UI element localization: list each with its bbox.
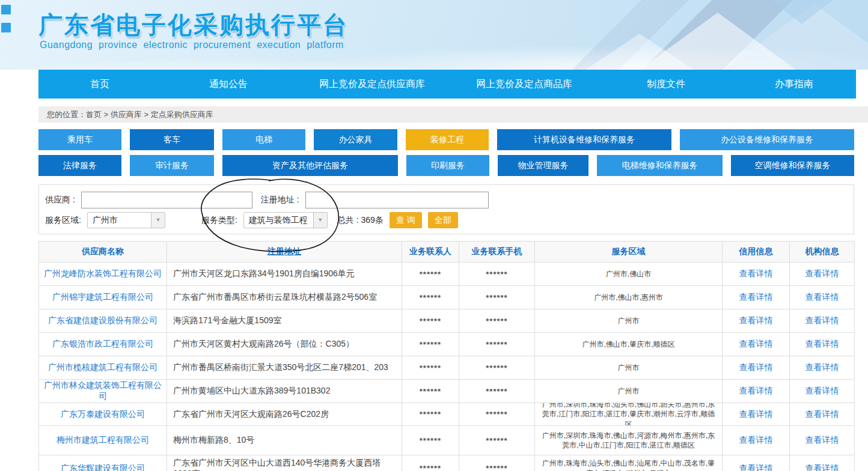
supplier-name-link[interactable]: 广州龙峰防水装饰工程有限公司 [44, 269, 162, 279]
chevron-down-icon[interactable]: ▼ [151, 213, 165, 228]
table-row: 广东华辉建设有限公司 广东省广州市天河区中山大道西140号华港商务大厦西塔220… [39, 455, 854, 471]
credit-detail-link[interactable]: 查看详情 [739, 315, 773, 326]
business-contact-cell: ****** [402, 333, 459, 356]
category-printing-services[interactable]: 印刷服务 [406, 155, 489, 176]
total-count-text: 总共 : 369条 [337, 215, 384, 226]
masked-phone-text: ****** [486, 340, 507, 349]
header-supplier-name: 供应商名称 [39, 242, 167, 262]
nav-item-notices[interactable]: 通知公告 [161, 70, 296, 99]
credit-detail-link[interactable]: 查看详情 [739, 269, 773, 279]
table-row: 广州龙峰防水装饰工程有限公司 广州市天河区龙口东路34号1901房自编1906单… [39, 263, 854, 286]
category-passenger-car[interactable]: 乘用车 [38, 129, 121, 150]
registered-address-cell: 广州市番禺区桥南街汇景大道350号北区二座7梯201、203 [167, 356, 402, 379]
business-phone-cell: ****** [459, 286, 535, 309]
credit-detail-link[interactable]: 查看详情 [739, 409, 773, 420]
supplier-name-link[interactable]: 梅州市建筑工程有限公司 [57, 435, 149, 446]
credit-detail-link[interactable]: 查看详情 [739, 463, 773, 471]
table-row: 广州锦宇建筑工程有限公司 广东省广州市番禺区市桥街云星珠坑村横基路2号506室 … [39, 286, 854, 309]
supplier-name-link[interactable]: 广州锦宇建筑工程有限公司 [52, 292, 153, 303]
org-info-cell: 查看详情 [790, 426, 855, 455]
service-region-text: 广州市,佛山市,肇庆市,顺德区 [582, 339, 674, 349]
category-row-1: 乘用车 客车 电梯 办公家具 装修工程 计算机设备维修和保养服务 办公设备维修和… [38, 129, 854, 150]
supplier-name-link[interactable]: 广州市榄核建筑工程有限公司 [48, 362, 157, 373]
category-button-area: 乘用车 客车 电梯 办公家具 装修工程 计算机设备维修和保养服务 办公设备维修和… [38, 129, 854, 176]
masked-phone-text: ****** [486, 317, 507, 326]
org-detail-link[interactable]: 查看详情 [805, 269, 839, 279]
supplier-name-link[interactable]: 广东银浩市政工程有限公司 [52, 339, 153, 350]
org-detail-link[interactable]: 查看详情 [805, 463, 839, 471]
masked-contact-text: ****** [420, 436, 441, 445]
org-info-cell: 查看详情 [790, 286, 855, 309]
category-audit-services[interactable]: 审计服务 [130, 155, 214, 176]
org-detail-link[interactable]: 查看详情 [805, 409, 839, 420]
table-body: 广州龙峰防水装饰工程有限公司 广州市天河区龙口东路34号1901房自编1906单… [39, 263, 854, 471]
service-region-cell: 广州市,佛山市,肇庆市,顺德区 [535, 333, 723, 356]
credit-info-cell: 查看详情 [723, 356, 790, 379]
registered-address-text: 广东省广州市天河区大观南路26号C202房 [173, 409, 329, 420]
category-decoration-engineering-selected[interactable]: 装修工程 [406, 129, 489, 150]
business-phone-cell: ****** [459, 403, 535, 425]
supplier-name-cell: 广东省建信建设股份有限公司 [39, 309, 167, 332]
registered-address-input[interactable] [305, 192, 489, 208]
nav-item-supplier-library[interactable]: 网上竞价及定点供应商库 [296, 70, 448, 99]
category-bus[interactable]: 客车 [130, 129, 214, 150]
service-region-cell: 广州市,佛山市,惠州市 [535, 286, 723, 309]
credit-detail-link[interactable]: 查看详情 [739, 292, 773, 303]
nav-item-product-library[interactable]: 网上竞价及定点商品库 [448, 70, 600, 99]
credit-info-cell: 查看详情 [723, 263, 790, 285]
registered-address-cell: 广州市天河区龙口东路34号1901房自编1906单元 [167, 263, 402, 285]
supplier-name-link[interactable]: 广东万泰建设有限公司 [61, 409, 145, 420]
category-property-management[interactable]: 物业管理服务 [498, 155, 588, 176]
nav-item-service-guide[interactable]: 办事指南 [732, 70, 856, 99]
org-detail-link[interactable]: 查看详情 [805, 315, 839, 326]
org-info-cell: 查看详情 [790, 380, 855, 403]
category-office-equipment-maintenance[interactable]: 办公设备维修和保养服务 [680, 129, 854, 150]
query-button[interactable]: 查 询 [390, 212, 422, 228]
registered-address-cell: 梅州市梅新路8、10号 [167, 426, 402, 455]
business-contact-cell: ****** [402, 286, 459, 309]
category-asset-valuation-services[interactable]: 资产及其他评估服务 [222, 155, 398, 176]
mountain-triangle-decoration [748, 0, 856, 24]
category-office-furniture[interactable]: 办公家具 [314, 129, 397, 150]
main-nav: 首页 通知公告 网上竞价及定点供应商库 网上竞价及定点商品库 制度文件 办事指南 [38, 70, 856, 99]
service-region-value: 广州市 [88, 213, 151, 228]
org-detail-link[interactable]: 查看详情 [805, 362, 839, 373]
credit-detail-link[interactable]: 查看详情 [739, 339, 773, 350]
org-detail-link[interactable]: 查看详情 [805, 435, 839, 446]
masked-phone-text: ****** [486, 387, 507, 396]
table-header-row: 供应商名称 注册地址 业务联系人 业务联系手机 服务区域 信用信息 机构信息 [39, 242, 854, 263]
category-elevator[interactable]: 电梯 [222, 129, 305, 150]
org-info-cell: 查看详情 [790, 309, 855, 332]
masked-contact-text: ****** [420, 317, 441, 326]
supplier-name-link[interactable]: 广东华辉建设有限公司 [61, 463, 145, 471]
corner-square-decoration [1, 23, 11, 32]
category-elevator-maintenance[interactable]: 电梯维修和保养服务 [597, 155, 723, 176]
service-region-select[interactable]: 广州市 ▼ [87, 212, 165, 228]
all-button[interactable]: 全部 [428, 212, 458, 228]
org-detail-link[interactable]: 查看详情 [805, 292, 839, 303]
header-org-info: 机构信息 [790, 242, 855, 262]
service-type-value: 建筑与装饰工程 [244, 213, 313, 228]
chevron-down-icon[interactable]: ▼ [313, 213, 327, 228]
supplier-name-link[interactable]: 广东省建信建设股份有限公司 [48, 315, 157, 326]
credit-detail-link[interactable]: 查看详情 [739, 362, 773, 373]
nav-item-policy-documents[interactable]: 制度文件 [600, 70, 732, 99]
org-detail-link[interactable]: 查看详情 [805, 339, 839, 350]
header-business-phone: 业务联系手机 [459, 242, 535, 262]
nav-item-home[interactable]: 首页 [38, 70, 161, 99]
registered-address-text: 广东省广州市天河区中山大道西140号华港商务大厦西塔2206室 [173, 458, 398, 471]
header-registered-address-sort-link[interactable]: 注册地址 [267, 246, 301, 257]
category-legal-services[interactable]: 法律服务 [38, 155, 121, 176]
business-phone-cell: ****** [459, 309, 535, 332]
service-region-label: 服务区域: [45, 215, 81, 226]
supplier-name-cell: 广州锦宇建筑工程有限公司 [39, 286, 167, 309]
supplier-name-link[interactable]: 广州市林众建筑装饰工程有限公司 [43, 380, 163, 402]
service-type-select[interactable]: 建筑与装饰工程 ▼ [243, 212, 328, 228]
credit-detail-link[interactable]: 查看详情 [739, 386, 773, 397]
credit-detail-link[interactable]: 查看详情 [739, 435, 773, 446]
supplier-input[interactable] [81, 192, 252, 208]
org-detail-link[interactable]: 查看详情 [805, 386, 839, 397]
registered-address-text: 梅州市梅新路8、10号 [173, 435, 254, 446]
category-computer-maintenance[interactable]: 计算机设备维修和保养服务 [497, 129, 671, 150]
category-aircon-maintenance[interactable]: 空调维修和保养服务 [731, 155, 854, 176]
